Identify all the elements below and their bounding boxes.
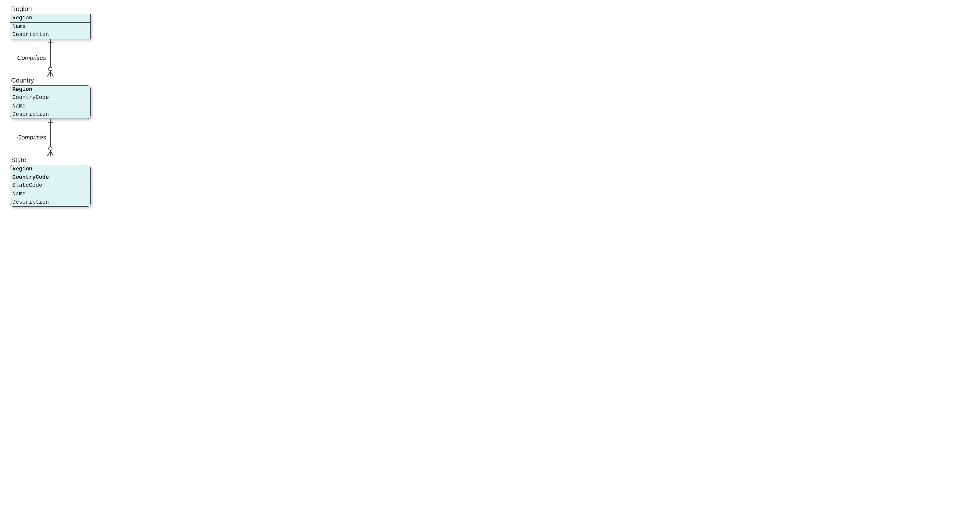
svg-line-8 xyxy=(47,151,50,156)
relationship-label: Comprises xyxy=(17,134,46,141)
svg-line-4 xyxy=(50,71,53,76)
entity-region: Region Region Name Description xyxy=(10,5,212,39)
crows-foot-connector-icon xyxy=(45,39,56,76)
entity-box: Region CountryCode StateCode Name Descri… xyxy=(10,165,91,206)
entity-key-section: Region CountryCode xyxy=(10,86,91,102)
svg-line-9 xyxy=(50,151,53,156)
entity-attribute: Region xyxy=(10,14,91,22)
entity-attribute: Region xyxy=(10,86,91,94)
entity-box: Region CountryCode Name Description xyxy=(10,85,91,119)
relationship-label: Comprises xyxy=(17,54,46,62)
entity-state: State Region CountryCode StateCode Name … xyxy=(10,156,212,206)
entity-attribute: Description xyxy=(10,198,91,206)
entity-title: State xyxy=(10,156,212,164)
entity-attribute: Region xyxy=(10,165,91,173)
crows-foot-connector-icon xyxy=(45,119,56,156)
entity-attr-section: Name Description xyxy=(10,23,91,39)
svg-line-3 xyxy=(47,71,50,76)
entity-attribute: Name xyxy=(10,102,91,111)
entity-title: Region xyxy=(10,5,212,13)
entity-attribute: StateCode xyxy=(10,181,91,190)
svg-point-7 xyxy=(49,147,52,150)
entity-key-section: Region CountryCode StateCode xyxy=(10,165,91,190)
entity-attribute: CountryCode xyxy=(10,94,91,102)
entity-attr-section: Name Description xyxy=(10,102,91,119)
svg-point-2 xyxy=(49,67,52,71)
entity-attribute: Description xyxy=(10,111,91,119)
entity-title: Country xyxy=(10,76,212,84)
er-diagram: Region Region Name Description Comprises… xyxy=(10,5,212,206)
entity-attr-section: Name Description xyxy=(10,190,91,206)
entity-attribute: CountryCode xyxy=(10,173,91,182)
entity-country: Country Region CountryCode Name Descript… xyxy=(10,76,212,119)
relationship-connector: Comprises xyxy=(10,119,91,156)
entity-key-section: Region xyxy=(10,14,91,23)
entity-attribute: Name xyxy=(10,23,91,31)
entity-attribute: Description xyxy=(10,31,91,39)
entity-attribute: Name xyxy=(10,190,91,198)
entity-box: Region Name Description xyxy=(10,14,91,39)
relationship-connector: Comprises xyxy=(10,39,91,76)
